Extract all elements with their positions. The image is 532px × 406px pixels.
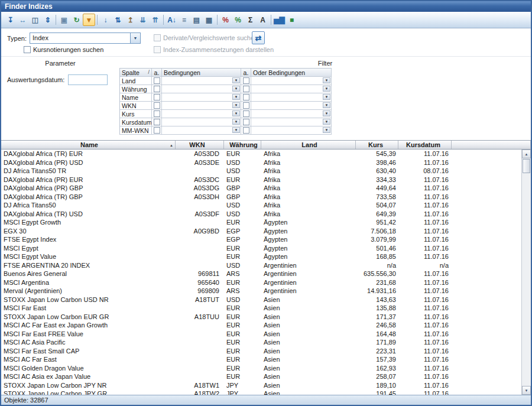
filter-or-condition-combo[interactable]: ▼ xyxy=(251,102,332,110)
chevron-down-icon[interactable]: ▼ xyxy=(232,102,240,108)
filter-and-checkbox[interactable] xyxy=(154,119,160,125)
chevron-down-icon[interactable]: ▼ xyxy=(130,33,140,43)
table-row[interactable]: STOXX Japan Low Carbon USD NRA18TUTUSDAs… xyxy=(1,295,521,304)
filter-or-condition-combo[interactable]: ▼ xyxy=(251,77,332,85)
chevron-down-icon[interactable]: ▼ xyxy=(323,111,330,116)
auswertungsdatum-input[interactable] xyxy=(68,74,108,85)
fit-width-icon[interactable]: ↔ xyxy=(17,14,29,26)
filter-and-checkbox[interactable] xyxy=(154,77,160,84)
table-row[interactable]: Buenos Aires General969811ARSArgentinien… xyxy=(1,269,521,278)
chevron-down-icon[interactable]: ▼ xyxy=(323,119,330,125)
filter-or-checkbox[interactable] xyxy=(243,102,249,109)
download-icon[interactable]: ↓ xyxy=(99,14,112,26)
chart-icon[interactable]: ▅▇ xyxy=(273,14,286,26)
filter-and-checkbox[interactable] xyxy=(154,86,160,92)
table-row[interactable]: MSCI Argentina965640EURArgentinien231,68… xyxy=(1,278,521,287)
sort-alpha-icon[interactable]: A↓ xyxy=(166,14,178,26)
chevron-down-icon[interactable]: ▼ xyxy=(232,111,240,116)
table-row[interactable]: MSCI AC Asia PacificEURAsien171,8911.07.… xyxy=(1,338,521,347)
filter-condition-combo[interactable]: ▼ xyxy=(162,110,241,118)
chevron-down-icon[interactable]: ▼ xyxy=(232,127,240,133)
table-row[interactable]: FTSE ARGENTINA 20 INDEXUSDArgentinienn/a… xyxy=(1,261,521,270)
align-left-icon[interactable]: ≡ xyxy=(178,14,190,26)
chevron-down-icon[interactable]: ▼ xyxy=(323,127,330,133)
upload-icon[interactable]: ↥ xyxy=(124,14,137,26)
filter-and-checkbox[interactable] xyxy=(154,111,160,117)
filter-or-condition-combo[interactable]: ▼ xyxy=(251,126,332,135)
table-row[interactable]: STOXX Japan Low Carbon JPY GRA18TW2JPYAs… xyxy=(1,389,521,395)
filter-icon[interactable]: ▼ xyxy=(83,14,95,26)
start-search-button[interactable]: ⇄ xyxy=(252,31,265,44)
table-row[interactable]: MSCI AC Asia ex Japan ValueEURAsien258,0… xyxy=(1,372,521,381)
column-header-wkn[interactable]: WKN xyxy=(176,141,224,149)
filter-or-condition-combo[interactable]: ▼ xyxy=(251,93,332,102)
filter-and-checkbox[interactable] xyxy=(154,127,160,134)
filter-condition-combo[interactable]: ▼ xyxy=(162,93,241,102)
new-window-icon[interactable]: ▣ xyxy=(58,14,70,26)
table-row[interactable]: MSCI Egypt ValueEURÄgypten168,8511.07.16 xyxy=(1,252,521,261)
table-row[interactable]: MSCI AC Far East ex Japan GrowthEURAsien… xyxy=(1,321,521,330)
table-row[interactable]: STOXX Japan Low Carbon EUR GRA18TUUEURAs… xyxy=(1,313,521,321)
vertical-scrollbar[interactable]: ▲ ▼ xyxy=(521,150,531,395)
column-header-waehrung[interactable]: Währung xyxy=(224,141,261,149)
refresh-view-icon[interactable]: ↻ xyxy=(70,14,83,26)
chevron-down-icon[interactable]: ▼ xyxy=(232,86,240,92)
table-row[interactable]: EGX 30A0G9BDEGPÄgypten7.506,1811.07.16 xyxy=(1,227,521,236)
fit-height-icon[interactable]: ⇕ xyxy=(41,14,54,26)
filter-and-checkbox[interactable] xyxy=(154,102,160,109)
filter-condition-combo[interactable]: ▼ xyxy=(162,118,241,126)
chevron-down-icon[interactable]: ▼ xyxy=(232,94,240,100)
table-row[interactable]: DAXglobal Africa (TR) EURA0S3DDEURAfrika… xyxy=(1,150,521,158)
column-header-kurs[interactable]: Kurs xyxy=(356,141,398,149)
table-row[interactable]: DAXglobal Africa (TR) USDA0S3DFUSDAfrika… xyxy=(1,210,521,219)
split-window-icon[interactable]: ◫ xyxy=(29,14,41,26)
table-row[interactable]: Merval (Argentinien)969809ARSArgentinien… xyxy=(1,287,521,295)
kursnotierungen-checkbox[interactable] xyxy=(24,46,31,53)
column-header-name[interactable]: Name ▲ xyxy=(1,141,176,149)
filter-or-checkbox[interactable] xyxy=(243,111,249,117)
grid-icon[interactable]: ▦ xyxy=(203,14,215,26)
sort-descending-icon[interactable]: ⇊ xyxy=(137,14,149,26)
scrollbar-thumb[interactable] xyxy=(523,159,530,173)
filter-or-condition-combo[interactable]: ▼ xyxy=(251,118,332,126)
sort-ascending-icon[interactable]: ⇈ xyxy=(149,14,161,26)
chevron-down-icon[interactable]: ▼ xyxy=(232,119,240,125)
table-row[interactable]: MSCI AC Far EastEURAsien157,3911.07.16 xyxy=(1,355,521,364)
swap-rows-icon[interactable]: ⇅ xyxy=(112,14,124,26)
table-row[interactable]: MSCI Far East Small CAPEURAsien223,3111.… xyxy=(1,347,521,356)
filter-or-checkbox[interactable] xyxy=(243,94,249,100)
rows-icon[interactable]: ▤ xyxy=(190,14,203,26)
table-row[interactable]: FTSE Egypt IndexEGPÄgypten3.079,9911.07.… xyxy=(1,235,521,244)
table-row[interactable]: DAXglobal Africa (PR) USDA0S3DEUSDAfrika… xyxy=(1,158,521,167)
table-row[interactable]: MSCI Far EastEURAsien135,8811.07.16 xyxy=(1,304,521,313)
table-row[interactable]: DAXglobal Africa (PR) EURA0S3DCEURAfrika… xyxy=(1,176,521,184)
table-row[interactable]: STOXX Japan Low Carbon JPY NRA18TW1JPYAs… xyxy=(1,381,521,390)
percent-icon[interactable]: % xyxy=(219,14,232,26)
stop-icon[interactable]: ■ xyxy=(286,14,298,26)
table-row[interactable]: MSCI EgyptEURÄgypten501,4611.07.16 xyxy=(1,244,521,253)
table-row[interactable]: DJ Africa Titans50 TRUSDAfrika630,4008.0… xyxy=(1,167,521,176)
table-row[interactable]: MSCI Egypt GrowthEURÄgypten951,4211.07.1… xyxy=(1,218,521,227)
filter-header-spalte[interactable]: Spalte / xyxy=(120,69,152,77)
filter-or-checkbox[interactable] xyxy=(243,127,249,134)
chevron-down-icon[interactable]: ▼ xyxy=(232,77,240,83)
table-row[interactable]: MSCI Far East FREE ValueEURAsien164,4811… xyxy=(1,330,521,339)
filter-or-condition-combo[interactable]: ▼ xyxy=(251,110,332,118)
column-header-kursdatum[interactable]: Kursdatum xyxy=(398,141,452,149)
typen-select[interactable]: Index ▼ xyxy=(30,33,141,44)
scroll-up-button[interactable]: ▲ xyxy=(522,150,531,158)
filter-condition-combo[interactable]: ▼ xyxy=(162,102,241,110)
export-icon[interactable]: ↧ xyxy=(4,14,17,26)
chevron-down-icon[interactable]: ▼ xyxy=(323,102,330,108)
percent-change-icon[interactable]: % xyxy=(232,14,244,26)
chevron-down-icon[interactable]: ▼ xyxy=(323,77,330,83)
filter-or-checkbox[interactable] xyxy=(243,119,249,125)
font-icon[interactable]: A xyxy=(257,14,269,26)
filter-or-checkbox[interactable] xyxy=(243,77,249,84)
table-row[interactable]: DJ Africa Titans50USDAfrika504,0711.07.1… xyxy=(1,201,521,210)
filter-condition-combo[interactable]: ▼ xyxy=(162,77,241,85)
table-row[interactable]: MSCI Golden Dragon ValueEURAsien162,9311… xyxy=(1,364,521,373)
sum-icon[interactable]: Σ xyxy=(244,14,257,26)
filter-and-checkbox[interactable] xyxy=(154,94,160,100)
table-row[interactable]: DAXglobal Africa (PR) GBPA0S3DGGBPAfrika… xyxy=(1,184,521,193)
